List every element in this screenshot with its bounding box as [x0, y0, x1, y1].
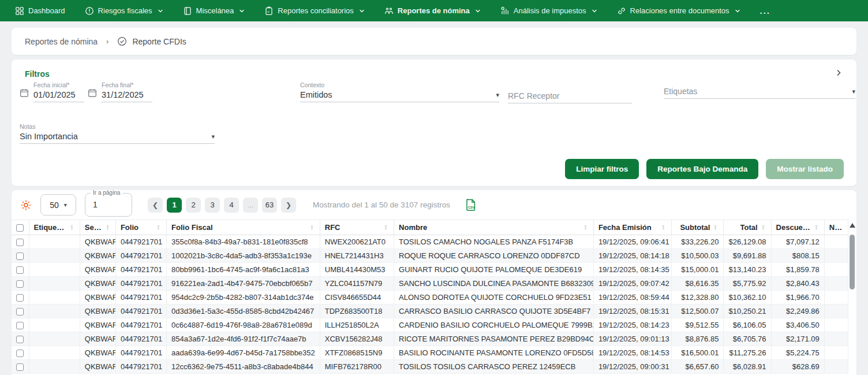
- row-checkbox[interactable]: [16, 253, 24, 260]
- next-page-button[interactable]: ❯: [281, 198, 296, 213]
- row-checkbox[interactable]: [16, 239, 24, 246]
- sort-icon[interactable]: [813, 224, 820, 231]
- sort-icon[interactable]: [104, 224, 111, 231]
- cell-total: $10,250.21: [724, 305, 771, 318]
- breadcrumb-current: Reporte CFDIs: [132, 37, 186, 46]
- contexto-select[interactable]: Contexto Emitidos ▾: [300, 81, 499, 102]
- goto-page-value[interactable]: 1: [85, 194, 132, 216]
- nav-item-miscelanea[interactable]: Miscelánea: [183, 6, 245, 16]
- chevron-down-icon: [359, 8, 365, 14]
- cell-subtotal: $6,657.60: [672, 360, 724, 374]
- column-header-fecha-emisión[interactable]: Fecha Emisión: [593, 220, 671, 235]
- cell-folio-fiscal: 80bb9961-1bc6-4745-ac9f-9fa6c1ac81a3: [167, 263, 320, 277]
- column-header-total[interactable]: Total: [724, 220, 771, 235]
- page-size-select[interactable]: 50 ▾: [40, 194, 76, 216]
- reportes-bajo-demanda-button[interactable]: Reportes Bajo Demanda: [646, 159, 758, 179]
- pagination-ellipsis[interactable]: …: [243, 198, 258, 213]
- row-checkbox[interactable]: [16, 308, 24, 315]
- column-header-folio[interactable]: Folio: [115, 220, 166, 235]
- fecha-final-value[interactable]: 31/12/2025: [102, 90, 152, 102]
- column-header-etiquetas[interactable]: Etiquetas: [29, 220, 80, 235]
- cell-fecha-emisión: 19/12/2025, 09:07:42: [593, 277, 671, 291]
- cell-total: $9,691.88: [724, 249, 771, 263]
- notas-select[interactable]: Notas Sin Importancia ▾: [20, 123, 215, 144]
- sort-icon[interactable]: [582, 224, 589, 231]
- cell-descuento: $2,249.86: [771, 305, 824, 318]
- prev-page-button[interactable]: ❮: [148, 198, 163, 213]
- cell-folio: 0447921701: [115, 318, 166, 332]
- row-checkbox[interactable]: [16, 280, 24, 288]
- row-checkbox[interactable]: [16, 336, 24, 343]
- row-checkbox[interactable]: [16, 350, 24, 357]
- cell-serie: QKBWAR: [80, 305, 115, 318]
- fecha-final-label: Fecha final*: [102, 81, 152, 88]
- cell-serie: QKBWAR: [80, 318, 115, 332]
- column-header-rfc[interactable]: RFC: [320, 220, 394, 235]
- row-checkbox[interactable]: [16, 322, 24, 329]
- cell-nota: [824, 332, 848, 346]
- nav-item-dashboard[interactable]: Dashboard: [15, 6, 65, 16]
- vertical-scrollbar[interactable]: [849, 221, 855, 375]
- page-button-2[interactable]: 2: [186, 198, 201, 213]
- sort-icon[interactable]: [383, 224, 389, 231]
- goto-page-input[interactable]: Ir a página 1: [85, 193, 132, 217]
- nav-item-analisis-de-impuestos[interactable]: Análisis de impuestos: [500, 6, 597, 16]
- sort-icon[interactable]: [155, 224, 162, 231]
- page-button-4[interactable]: 4: [224, 198, 239, 213]
- nav-item-more[interactable]: ...: [760, 6, 771, 16]
- fecha-final-field[interactable]: Fecha final* 31/12/2025: [88, 81, 152, 102]
- cell-folio-fiscal: 854a3a67-1d2e-4fd6-91f2-f1f7c74aae7b: [167, 332, 320, 346]
- limpiar-filtros-button[interactable]: Limpiar filtros: [565, 159, 639, 179]
- calendar-icon[interactable]: [88, 88, 97, 102]
- fecha-inicial-value[interactable]: 01/01/2025: [33, 90, 84, 102]
- cell-descuento: $3,406.50: [771, 318, 824, 332]
- table-row: QKBWAR0447921701916221ea-2ad1-4b47-9475-…: [12, 277, 848, 291]
- column-header-folio-fiscal[interactable]: Folio Fiscal: [167, 220, 320, 235]
- column-header-nombre[interactable]: Nombre: [394, 220, 594, 235]
- column-header-descuento[interactable]: Descuento: [771, 220, 824, 235]
- cell-fecha-emisión: 19/12/2025, 09:01:13: [593, 332, 671, 346]
- etiquetas-select[interactable]: Etiquetas ▾: [664, 87, 855, 99]
- row-checkbox[interactable]: [16, 266, 24, 274]
- cell-nota: [824, 305, 848, 318]
- fecha-inicial-field[interactable]: Fecha inicial* 01/01/2025: [20, 81, 84, 102]
- sort-icon[interactable]: [309, 224, 315, 231]
- table-row: QKBWAR04479217010c6c4887-6d19-476f-98a8-…: [12, 318, 848, 332]
- cell-serie: QKBWAR: [80, 263, 115, 277]
- nav-item-relaciones-entre-documentos[interactable]: Relaciones entre documentos: [617, 6, 740, 16]
- cell-rfc: NWEX200621AT0: [320, 235, 394, 249]
- mostrar-listado-button[interactable]: Mostrar listado: [766, 159, 844, 179]
- cell-nombre: BASILIO ROCINANTE PASAMONTE LORENZO 0FD5…: [394, 346, 594, 360]
- cell-nombre: RICOTE MARITORNES PASAMONTE PEREZ B29BD9…: [394, 332, 594, 346]
- nav-item-riesgos-fiscales[interactable]: Riesgos fiscales: [85, 6, 163, 16]
- row-checkbox[interactable]: [16, 294, 24, 302]
- sort-icon[interactable]: [69, 224, 75, 231]
- collapse-panel-icon[interactable]: [835, 69, 843, 79]
- sort-icon[interactable]: [660, 224, 667, 231]
- nav-item-reportes-conciliatorios[interactable]: Reportes conciliatorios: [264, 6, 365, 16]
- export-csv-icon[interactable]: CSV: [466, 199, 476, 211]
- nav-item-label: Riesgos fiscales: [98, 6, 152, 15]
- cell-nota: [824, 235, 848, 249]
- scrollbar-thumb[interactable]: [850, 235, 855, 289]
- sort-icon[interactable]: [760, 224, 766, 231]
- page-button-3[interactable]: 3: [205, 198, 220, 213]
- breadcrumb-separator: ›: [106, 37, 108, 46]
- scroll-up-icon[interactable]: [850, 223, 855, 228]
- column-header-subtotal[interactable]: Subtotal: [672, 220, 724, 235]
- select-all-checkbox[interactable]: [16, 224, 24, 232]
- cell-nombre: ROQUE ROQUE CARRASCO LORENZO 0DDF87CD: [394, 249, 594, 263]
- gear-icon[interactable]: [20, 199, 32, 211]
- nav-item-reportes-de-nomina[interactable]: Reportes de nómina: [384, 6, 481, 16]
- calendar-icon[interactable]: [20, 88, 29, 102]
- cell-etiquetas: [29, 291, 80, 305]
- page-button-1[interactable]: 1: [167, 198, 182, 213]
- breadcrumb-parent[interactable]: Reportes de nómina: [25, 37, 98, 46]
- cell-fecha-emisión: 19/12/2025, 08:14:23: [593, 318, 671, 332]
- rfc-receptor-input[interactable]: RFC Receptor: [508, 91, 632, 103]
- sort-icon[interactable]: [712, 224, 719, 231]
- row-checkbox[interactable]: [16, 363, 24, 371]
- page-button-63[interactable]: 63: [262, 198, 277, 213]
- column-header-serie[interactable]: Serie: [80, 220, 115, 235]
- cell-rfc: XCBV156282J48: [320, 332, 394, 346]
